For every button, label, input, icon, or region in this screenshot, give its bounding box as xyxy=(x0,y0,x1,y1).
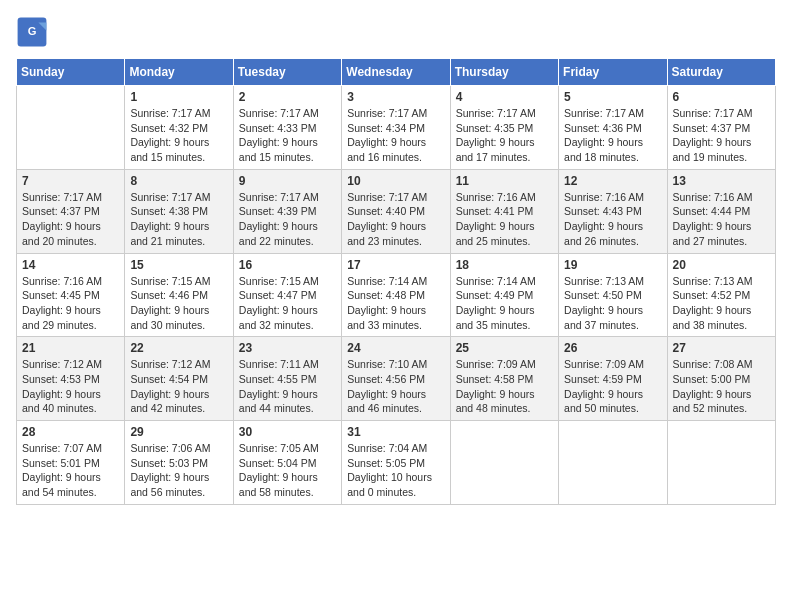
day-info: Sunrise: 7:12 AMSunset: 4:53 PMDaylight:… xyxy=(22,357,119,416)
table-row: 17Sunrise: 7:14 AMSunset: 4:48 PMDayligh… xyxy=(342,253,450,337)
day-info: Sunrise: 7:17 AMSunset: 4:37 PMDaylight:… xyxy=(673,106,770,165)
day-number: 10 xyxy=(347,174,444,188)
table-row: 3Sunrise: 7:17 AMSunset: 4:34 PMDaylight… xyxy=(342,86,450,170)
calendar-row: 21Sunrise: 7:12 AMSunset: 4:53 PMDayligh… xyxy=(17,337,776,421)
table-row: 15Sunrise: 7:15 AMSunset: 4:46 PMDayligh… xyxy=(125,253,233,337)
day-number: 4 xyxy=(456,90,553,104)
day-info: Sunrise: 7:16 AMSunset: 4:43 PMDaylight:… xyxy=(564,190,661,249)
calendar-table: Sunday Monday Tuesday Wednesday Thursday… xyxy=(16,58,776,505)
table-row xyxy=(667,421,775,505)
day-number: 25 xyxy=(456,341,553,355)
table-row: 26Sunrise: 7:09 AMSunset: 4:59 PMDayligh… xyxy=(559,337,667,421)
day-info: Sunrise: 7:08 AMSunset: 5:00 PMDaylight:… xyxy=(673,357,770,416)
table-row: 20Sunrise: 7:13 AMSunset: 4:52 PMDayligh… xyxy=(667,253,775,337)
table-row: 22Sunrise: 7:12 AMSunset: 4:54 PMDayligh… xyxy=(125,337,233,421)
table-row: 28Sunrise: 7:07 AMSunset: 5:01 PMDayligh… xyxy=(17,421,125,505)
day-info: Sunrise: 7:17 AMSunset: 4:38 PMDaylight:… xyxy=(130,190,227,249)
day-number: 5 xyxy=(564,90,661,104)
day-number: 24 xyxy=(347,341,444,355)
day-number: 16 xyxy=(239,258,336,272)
table-row: 31Sunrise: 7:04 AMSunset: 5:05 PMDayligh… xyxy=(342,421,450,505)
table-row: 24Sunrise: 7:10 AMSunset: 4:56 PMDayligh… xyxy=(342,337,450,421)
page-header: G xyxy=(16,16,776,48)
table-row: 1Sunrise: 7:17 AMSunset: 4:32 PMDaylight… xyxy=(125,86,233,170)
day-info: Sunrise: 7:16 AMSunset: 4:41 PMDaylight:… xyxy=(456,190,553,249)
day-info: Sunrise: 7:15 AMSunset: 4:46 PMDaylight:… xyxy=(130,274,227,333)
col-tuesday: Tuesday xyxy=(233,59,341,86)
col-sunday: Sunday xyxy=(17,59,125,86)
table-row: 4Sunrise: 7:17 AMSunset: 4:35 PMDaylight… xyxy=(450,86,558,170)
table-row: 21Sunrise: 7:12 AMSunset: 4:53 PMDayligh… xyxy=(17,337,125,421)
calendar-row: 28Sunrise: 7:07 AMSunset: 5:01 PMDayligh… xyxy=(17,421,776,505)
day-number: 7 xyxy=(22,174,119,188)
day-info: Sunrise: 7:17 AMSunset: 4:39 PMDaylight:… xyxy=(239,190,336,249)
day-info: Sunrise: 7:15 AMSunset: 4:47 PMDaylight:… xyxy=(239,274,336,333)
day-info: Sunrise: 7:16 AMSunset: 4:44 PMDaylight:… xyxy=(673,190,770,249)
day-number: 27 xyxy=(673,341,770,355)
day-number: 31 xyxy=(347,425,444,439)
day-number: 12 xyxy=(564,174,661,188)
table-row: 18Sunrise: 7:14 AMSunset: 4:49 PMDayligh… xyxy=(450,253,558,337)
day-number: 13 xyxy=(673,174,770,188)
day-number: 15 xyxy=(130,258,227,272)
day-info: Sunrise: 7:09 AMSunset: 4:59 PMDaylight:… xyxy=(564,357,661,416)
day-number: 6 xyxy=(673,90,770,104)
day-info: Sunrise: 7:17 AMSunset: 4:32 PMDaylight:… xyxy=(130,106,227,165)
table-row: 8Sunrise: 7:17 AMSunset: 4:38 PMDaylight… xyxy=(125,169,233,253)
table-row: 10Sunrise: 7:17 AMSunset: 4:40 PMDayligh… xyxy=(342,169,450,253)
day-number: 14 xyxy=(22,258,119,272)
day-number: 19 xyxy=(564,258,661,272)
calendar-body: 1Sunrise: 7:17 AMSunset: 4:32 PMDaylight… xyxy=(17,86,776,505)
day-number: 23 xyxy=(239,341,336,355)
calendar-row: 14Sunrise: 7:16 AMSunset: 4:45 PMDayligh… xyxy=(17,253,776,337)
day-number: 2 xyxy=(239,90,336,104)
day-number: 3 xyxy=(347,90,444,104)
day-info: Sunrise: 7:17 AMSunset: 4:35 PMDaylight:… xyxy=(456,106,553,165)
header-row: Sunday Monday Tuesday Wednesday Thursday… xyxy=(17,59,776,86)
day-info: Sunrise: 7:13 AMSunset: 4:50 PMDaylight:… xyxy=(564,274,661,333)
col-saturday: Saturday xyxy=(667,59,775,86)
table-row: 12Sunrise: 7:16 AMSunset: 4:43 PMDayligh… xyxy=(559,169,667,253)
day-number: 20 xyxy=(673,258,770,272)
table-row xyxy=(17,86,125,170)
table-row: 5Sunrise: 7:17 AMSunset: 4:36 PMDaylight… xyxy=(559,86,667,170)
table-row: 25Sunrise: 7:09 AMSunset: 4:58 PMDayligh… xyxy=(450,337,558,421)
day-number: 22 xyxy=(130,341,227,355)
day-info: Sunrise: 7:13 AMSunset: 4:52 PMDaylight:… xyxy=(673,274,770,333)
col-wednesday: Wednesday xyxy=(342,59,450,86)
table-row: 11Sunrise: 7:16 AMSunset: 4:41 PMDayligh… xyxy=(450,169,558,253)
table-row: 7Sunrise: 7:17 AMSunset: 4:37 PMDaylight… xyxy=(17,169,125,253)
svg-text:G: G xyxy=(28,25,37,37)
day-number: 26 xyxy=(564,341,661,355)
calendar-row: 7Sunrise: 7:17 AMSunset: 4:37 PMDaylight… xyxy=(17,169,776,253)
day-info: Sunrise: 7:11 AMSunset: 4:55 PMDaylight:… xyxy=(239,357,336,416)
day-info: Sunrise: 7:17 AMSunset: 4:37 PMDaylight:… xyxy=(22,190,119,249)
table-row: 2Sunrise: 7:17 AMSunset: 4:33 PMDaylight… xyxy=(233,86,341,170)
day-info: Sunrise: 7:06 AMSunset: 5:03 PMDaylight:… xyxy=(130,441,227,500)
table-row: 19Sunrise: 7:13 AMSunset: 4:50 PMDayligh… xyxy=(559,253,667,337)
day-number: 21 xyxy=(22,341,119,355)
col-monday: Monday xyxy=(125,59,233,86)
day-info: Sunrise: 7:14 AMSunset: 4:48 PMDaylight:… xyxy=(347,274,444,333)
logo-icon: G xyxy=(16,16,48,48)
day-info: Sunrise: 7:16 AMSunset: 4:45 PMDaylight:… xyxy=(22,274,119,333)
day-info: Sunrise: 7:17 AMSunset: 4:36 PMDaylight:… xyxy=(564,106,661,165)
table-row: 9Sunrise: 7:17 AMSunset: 4:39 PMDaylight… xyxy=(233,169,341,253)
day-number: 28 xyxy=(22,425,119,439)
day-number: 29 xyxy=(130,425,227,439)
table-row xyxy=(559,421,667,505)
day-info: Sunrise: 7:17 AMSunset: 4:33 PMDaylight:… xyxy=(239,106,336,165)
col-friday: Friday xyxy=(559,59,667,86)
table-row: 23Sunrise: 7:11 AMSunset: 4:55 PMDayligh… xyxy=(233,337,341,421)
day-info: Sunrise: 7:14 AMSunset: 4:49 PMDaylight:… xyxy=(456,274,553,333)
table-row: 30Sunrise: 7:05 AMSunset: 5:04 PMDayligh… xyxy=(233,421,341,505)
table-row: 6Sunrise: 7:17 AMSunset: 4:37 PMDaylight… xyxy=(667,86,775,170)
day-info: Sunrise: 7:10 AMSunset: 4:56 PMDaylight:… xyxy=(347,357,444,416)
table-row xyxy=(450,421,558,505)
table-row: 14Sunrise: 7:16 AMSunset: 4:45 PMDayligh… xyxy=(17,253,125,337)
day-info: Sunrise: 7:17 AMSunset: 4:34 PMDaylight:… xyxy=(347,106,444,165)
col-thursday: Thursday xyxy=(450,59,558,86)
day-info: Sunrise: 7:17 AMSunset: 4:40 PMDaylight:… xyxy=(347,190,444,249)
day-info: Sunrise: 7:07 AMSunset: 5:01 PMDaylight:… xyxy=(22,441,119,500)
day-info: Sunrise: 7:04 AMSunset: 5:05 PMDaylight:… xyxy=(347,441,444,500)
